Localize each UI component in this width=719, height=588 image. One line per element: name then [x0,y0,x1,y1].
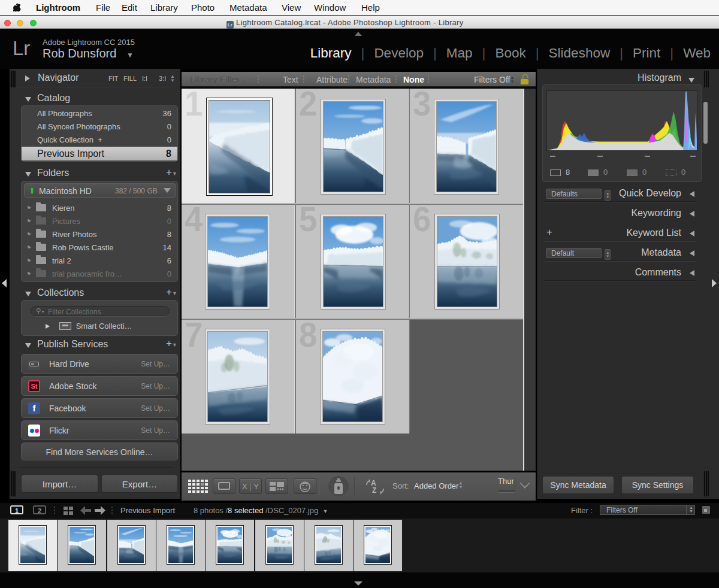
svg-text:Z: Z [372,486,376,495]
